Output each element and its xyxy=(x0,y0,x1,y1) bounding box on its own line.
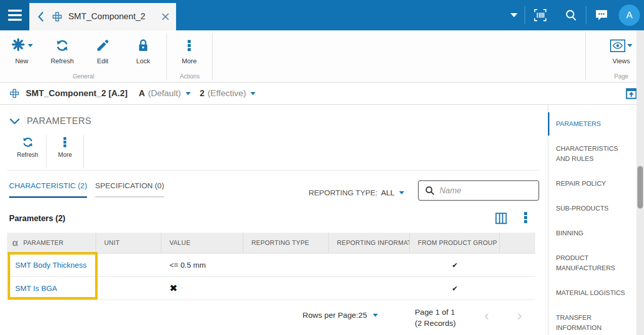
parameter-link[interactable]: SMT Body Thickness xyxy=(15,261,87,269)
open-in-window-icon[interactable] xyxy=(626,88,637,99)
next-page-icon[interactable]: › xyxy=(517,306,522,324)
grid-more-icon[interactable] xyxy=(524,212,527,223)
column-settings-icon[interactable] xyxy=(495,213,507,224)
close-icon[interactable] xyxy=(161,13,169,21)
tab-specification[interactable]: SPECIFICATION (0) xyxy=(95,181,164,197)
page-info: Page 1 of 1 (2 Records) xyxy=(415,307,456,329)
unit-cell xyxy=(96,254,161,276)
eye-icon xyxy=(610,39,625,52)
column-header-value[interactable]: VALUE xyxy=(161,233,243,253)
rows-per-page-value: 25 xyxy=(358,311,367,320)
component-icon xyxy=(52,11,63,22)
reporting-information-cell xyxy=(329,254,410,276)
magnifier-icon xyxy=(425,186,435,195)
from-product-group-check: ✔ xyxy=(410,254,500,276)
document-tab[interactable]: SMT_Component_2 xyxy=(29,3,176,30)
rows-per-page-label: Rows per Page: xyxy=(303,311,358,320)
refresh-icon xyxy=(42,36,82,55)
edit-button-label: Edit xyxy=(82,57,123,65)
barcode-scan-icon[interactable] xyxy=(525,9,555,22)
previous-page-icon[interactable]: ‹ xyxy=(484,306,489,324)
back-icon[interactable] xyxy=(37,11,45,22)
vertical-ellipsis-icon xyxy=(47,135,83,149)
search-input[interactable] xyxy=(435,186,538,195)
reporting-type-dropdown-icon[interactable] xyxy=(399,191,404,194)
table-row[interactable]: SMT Body Thickness <= 0.5 mm ✔ xyxy=(7,254,535,277)
application-window: SMT_Component_2 xyxy=(0,0,644,335)
edit-button[interactable]: Edit xyxy=(82,36,123,65)
search-box xyxy=(418,180,539,201)
new-button[interactable]: New xyxy=(2,36,42,65)
from-product-group-check: ✔ xyxy=(410,277,500,300)
column-header-reporting-type[interactable]: REPORTING TYPE xyxy=(243,233,329,253)
topbar-actions: A xyxy=(503,0,644,30)
scrollbar-thumb[interactable] xyxy=(637,166,643,208)
tab-characteristic[interactable]: CHARACTERISTIC (2) xyxy=(9,181,87,198)
hamburger-menu-button[interactable] xyxy=(0,0,29,30)
rows-per-page-selector[interactable]: Rows per Page: 25 xyxy=(303,311,378,320)
asterisk-icon xyxy=(11,37,26,54)
views-button[interactable]: Views xyxy=(601,36,641,65)
search-icon[interactable] xyxy=(555,9,586,22)
reporting-type-value: ALL xyxy=(381,188,395,197)
table-header: α PARAMETER UNIT VALUE REPORTING TYPE RE… xyxy=(7,233,535,254)
collapse-section-icon[interactable] xyxy=(9,118,20,124)
new-button-label: New xyxy=(2,57,42,65)
vertical-scrollbar[interactable] xyxy=(636,30,644,335)
toolbar-group-actions: Actions xyxy=(167,73,212,80)
version-label: (Effective) xyxy=(207,89,246,99)
parameter-link[interactable]: SMT Is BGA xyxy=(15,284,57,292)
column-header-unit[interactable]: UNIT xyxy=(96,233,161,253)
column-header-extra xyxy=(500,233,535,253)
tab-title: SMT_Component_2 xyxy=(68,12,161,22)
views-dropdown-icon[interactable] xyxy=(627,44,632,47)
column-header-parameter[interactable]: α PARAMETER xyxy=(7,233,96,253)
column-header-from-product-group[interactable]: FROM PRODUCT GROUP xyxy=(410,233,500,253)
rows-per-page-dropdown-icon[interactable] xyxy=(373,314,378,317)
breadcrumb: SMT_Component_2 [A.2] A (Default) 2 (Eff… xyxy=(0,82,644,105)
column-header-reporting-information[interactable]: REPORTING INFORMATI xyxy=(329,233,410,253)
more-button[interactable]: More xyxy=(169,36,209,65)
toolbar-group-general: General xyxy=(0,73,167,80)
version-dropdown-icon[interactable] xyxy=(250,92,255,95)
reporting-type-cell xyxy=(243,277,329,300)
chat-icon[interactable] xyxy=(586,9,617,21)
value-cell: <= 0.5 mm xyxy=(161,254,243,276)
nav-item-repair-policy[interactable]: REPAIR POLICY xyxy=(548,179,636,189)
tab-list-dropdown-icon[interactable] xyxy=(503,13,525,17)
refresh-button-label: Refresh xyxy=(42,57,82,65)
nav-item-characteristics-and-rules[interactable]: CHARACTERISTICS AND RULES xyxy=(548,144,636,164)
panel-more-button[interactable]: More xyxy=(47,135,83,158)
breadcrumb-title: SMT_Component_2 [A.2] xyxy=(26,89,127,99)
nav-item-material-logistics[interactable]: MATERIAL LOGISTICS xyxy=(548,288,636,298)
nav-item-parameters[interactable]: PARAMETERS xyxy=(548,119,636,129)
value-cross-mark: ✖ xyxy=(161,277,243,300)
revision-dropdown-icon[interactable] xyxy=(186,92,191,95)
lock-button[interactable]: Lock xyxy=(123,36,163,65)
avatar[interactable]: A xyxy=(619,5,640,26)
table-row[interactable]: SMT Is BGA ✖ ✔ xyxy=(7,277,535,300)
reporting-type-filter[interactable]: REPORTING TYPE: ALL xyxy=(309,188,404,197)
top-bar: SMT_Component_2 xyxy=(0,0,644,30)
toolbar-divider xyxy=(585,33,586,80)
nav-item-product-manufacturers[interactable]: PRODUCT MANUFACTURERS xyxy=(548,253,636,273)
page-info-line: Page 1 of 1 xyxy=(415,307,456,318)
panel-toolbar-border xyxy=(7,170,539,171)
section-title: PARAMETERS xyxy=(27,116,92,127)
parameters-panel: PARAMETERS Refresh More CHARACTERISTIC (… xyxy=(0,105,539,335)
nav-item-transfer-information[interactable]: TRANSFER INFORMATION xyxy=(548,313,636,333)
new-dropdown-icon[interactable] xyxy=(28,44,33,47)
alpha-sort-icon: α xyxy=(12,237,18,248)
revision-label: (Default) xyxy=(148,89,181,99)
lock-icon xyxy=(123,36,163,55)
section-nav-rail: PARAMETERS CHARACTERISTICS AND RULES REP… xyxy=(548,105,636,335)
nav-item-sub-products[interactable]: SUB-PRODUCTS xyxy=(548,203,636,214)
panel-toolbar-divider xyxy=(83,135,84,169)
panel-refresh-button[interactable]: Refresh xyxy=(9,135,46,158)
vertical-ellipsis-icon xyxy=(169,36,209,55)
refresh-icon xyxy=(9,135,46,149)
version-value: 2 xyxy=(200,89,204,99)
refresh-button[interactable]: Refresh xyxy=(42,36,82,65)
more-button-label: More xyxy=(169,57,209,65)
nav-item-binning[interactable]: BINNING xyxy=(548,228,636,238)
